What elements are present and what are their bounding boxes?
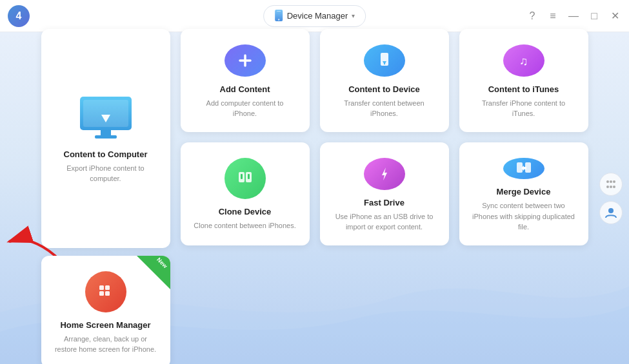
svg-rect-25 [99, 291, 104, 296]
card-merge-device-title: Merge Device [497, 187, 551, 196]
new-badge-triangle [137, 256, 170, 289]
clone-phones-icon [236, 169, 254, 187]
svg-point-27 [606, 180, 609, 183]
svg-rect-24 [105, 285, 110, 290]
merge-phones-icon [515, 159, 533, 177]
svg-rect-23 [99, 285, 104, 290]
svg-rect-26 [105, 291, 110, 296]
svg-rect-5 [101, 130, 111, 135]
svg-marker-19 [382, 168, 387, 180]
svg-point-31 [610, 186, 612, 188]
lightning-icon [375, 165, 394, 183]
content-device-icon [364, 44, 405, 77]
svg-point-30 [606, 186, 609, 188]
card-content-to-itunes[interactable]: ♫ Content to iTunes Transfer iPhone cont… [459, 29, 588, 132]
minimize-button[interactable]: — [567, 10, 580, 22]
svg-rect-6 [95, 135, 117, 139]
music-note-icon: ♫ [515, 52, 533, 70]
card-clone-device[interactable]: Clone Device Clone content between iPhon… [181, 142, 310, 245]
main-content: Content to Computer Export iPhone conten… [0, 32, 629, 364]
grid-dots-icon [605, 180, 617, 189]
dots-panel-button[interactable] [599, 173, 623, 196]
svg-rect-4 [83, 100, 128, 127]
svg-point-28 [610, 180, 612, 183]
card-content-to-computer-title: Content to Computer [64, 149, 148, 159]
svg-rect-2 [277, 11, 281, 12]
card-home-screen-manager[interactable]: New Home Screen Manager Arrange, clean, … [41, 256, 170, 365]
merge-icon [503, 158, 544, 180]
card-add-content-title: Add Content [220, 84, 270, 94]
card-content-to-itunes-title: Content to iTunes [488, 84, 559, 94]
device-manager-button[interactable]: Device Manager ▾ [263, 5, 366, 27]
itunes-icon: ♫ [503, 44, 544, 77]
dropdown-arrow-icon: ▾ [352, 12, 355, 19]
card-add-content[interactable]: Add Content Add computer content to iPho… [181, 29, 310, 132]
title-bar: 4 Device Manager ▾ ? ≡ — □ ✕ [0, 0, 629, 32]
svg-rect-18 [248, 174, 250, 179]
svg-point-29 [613, 180, 615, 183]
card-merge-device[interactable]: Merge Device Sync content between two iP… [459, 142, 588, 245]
close-button[interactable]: ✕ [608, 10, 621, 22]
phone-icon [274, 10, 283, 23]
card-home-screen-title: Home Screen Manager [60, 320, 150, 330]
card-fast-drive-desc: Use iPhone as an USB drive to import or … [333, 211, 436, 233]
svg-rect-17 [241, 174, 243, 179]
card-home-screen-desc: Arrange, clean, back up or restore home … [54, 334, 157, 355]
card-clone-device-desc: Clone content between iPhones. [194, 220, 295, 231]
card-content-to-computer[interactable]: Content to Computer Export iPhone conten… [41, 29, 170, 248]
add-content-icon [225, 44, 266, 77]
window-controls: ? ≡ — □ ✕ [526, 10, 621, 22]
fast-drive-icon [364, 158, 405, 190]
person-icon [605, 207, 617, 218]
card-fast-drive[interactable]: Fast Drive Use iPhone as an USB drive to… [320, 142, 449, 245]
card-content-to-device-title: Content to Device [348, 84, 420, 94]
svg-point-32 [613, 186, 615, 188]
svg-point-33 [608, 208, 614, 213]
cards-grid: Content to Computer Export iPhone conten… [41, 29, 588, 365]
card-merge-device-desc: Sync content between two iPhones with sk… [472, 200, 575, 233]
homescreen-icon [85, 271, 126, 312]
card-content-to-device[interactable]: Content to Device Transfer content betwe… [320, 29, 449, 132]
menu-button[interactable]: ≡ [546, 10, 559, 22]
computer-icon [77, 95, 135, 139]
help-button[interactable]: ? [526, 10, 539, 22]
device-manager-label: Device Manager [287, 11, 348, 21]
card-clone-device-title: Clone Device [219, 207, 272, 216]
person-panel-button[interactable] [599, 201, 623, 224]
card-content-to-computer-desc: Export iPhone content to computer. [54, 163, 157, 184]
card-fast-drive-title: Fast Drive [364, 198, 404, 207]
grid-icon [97, 283, 115, 301]
card-content-to-device-desc: Transfer content between iPhones. [333, 98, 436, 119]
phone-arrow-icon [375, 52, 394, 70]
plus-icon [236, 52, 254, 70]
card-add-content-desc: Add computer content to iPhone. [194, 98, 297, 119]
restore-button[interactable]: □ [588, 10, 601, 22]
card-content-to-itunes-desc: Transfer iPhone content to iTunes. [472, 98, 575, 119]
svg-point-1 [277, 19, 279, 20]
svg-text:♫: ♫ [519, 55, 528, 68]
right-panel [599, 173, 623, 224]
svg-rect-20 [517, 162, 523, 173]
clone-icon [225, 158, 266, 199]
app-logo[interactable]: 4 [8, 5, 30, 27]
